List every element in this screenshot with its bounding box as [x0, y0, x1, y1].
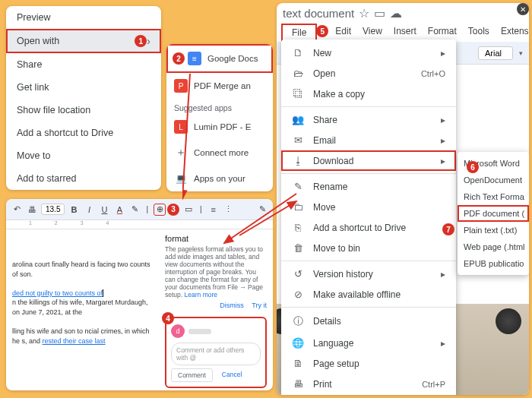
menu-tools[interactable]: Tools — [464, 24, 494, 42]
cancel-button[interactable]: Cancel — [216, 368, 248, 382]
move-icon[interactable]: ▭ — [374, 6, 385, 21]
chevron-right-icon: ▸ — [441, 48, 445, 58]
doc-title[interactable]: text document — [283, 7, 354, 20]
file-move[interactable]: 🗀Move — [281, 197, 456, 217]
menu-extensions[interactable]: Extensions — [496, 24, 529, 42]
copy-icon: ⿻ — [292, 88, 304, 100]
try-it-button[interactable]: Try it — [252, 302, 267, 309]
file-print[interactable]: 🖶PrintCtrl+P — [281, 374, 456, 394]
open-google-docs[interactable]: 2 ≡ Google Docs — [166, 44, 273, 73]
file-add-shortcut[interactable]: ⎘Add a shortcut to Drive — [281, 217, 456, 238]
file-new[interactable]: 🗋New▸ — [281, 43, 456, 63]
ctx-add-starred[interactable]: Add to starred — [6, 167, 161, 190]
file-copy[interactable]: ⿻Make a copy — [281, 84, 456, 104]
file-rename[interactable]: ✎Rename — [281, 176, 456, 197]
ctx-label: Open with — [17, 36, 59, 46]
dl-txt[interactable]: Plain text (.txt) — [458, 222, 529, 238]
chevron-right-icon: ▸ — [441, 135, 445, 146]
file-icon: 🗋 — [292, 47, 304, 58]
arrow-annotation — [236, 197, 304, 243]
ctx-share[interactable]: Share — [6, 53, 161, 76]
ctx-open-with[interactable]: Open with 1 › — [6, 29, 161, 53]
dl-epub[interactable]: EPUB publicatio — [458, 255, 529, 272]
docs-icon: ≡ — [188, 52, 201, 65]
comment-box: 4 d Comment or add others with @ Comment… — [165, 317, 267, 388]
highlight-icon[interactable]: ✎ — [128, 204, 141, 216]
file-language[interactable]: 🌐Language▸ — [281, 333, 456, 353]
dl-rtf[interactable]: Rich Text Forma — [458, 188, 529, 205]
chevron-right-icon: ▸ — [441, 269, 445, 280]
close-icon[interactable]: ✕ — [517, 3, 529, 15]
italic-icon[interactable]: I — [83, 204, 95, 216]
dismiss-button[interactable]: Dismiss — [220, 302, 244, 309]
folder-icon: 🗁 — [292, 68, 304, 79]
history-icon: ↺ — [292, 268, 304, 280]
badge-4: 4 — [162, 312, 174, 324]
drive-context-menu: Preview Open with 1 › Share Get link Sho… — [6, 6, 161, 190]
page-icon: 🗎 — [292, 358, 304, 369]
link[interactable]: rested their case last — [43, 337, 106, 345]
font-family-select[interactable]: Arial — [478, 46, 513, 60]
badge-2: 2 — [173, 52, 185, 65]
ctx-add-shortcut[interactable]: Add a shortcut to Drive — [6, 122, 161, 144]
pageless-body: The pageless format allows you to add wi… — [165, 245, 267, 298]
link[interactable]: ded not guilty to two counts of — [12, 289, 103, 297]
add-comment-icon[interactable]: ⊕ — [154, 204, 166, 216]
file-page-setup[interactable]: 🗎Page setup — [281, 353, 456, 374]
font-size-input[interactable]: 13.5 — [41, 204, 65, 215]
print-icon[interactable]: 🖶 — [26, 204, 38, 216]
chevron-right-icon: ▸ — [441, 115, 445, 125]
offline-icon: ⊘ — [292, 289, 304, 300]
badge-6: 6 — [467, 161, 479, 173]
badge-5: 5 — [316, 25, 328, 37]
file-menu: 🗋New▸ 🗁OpenCtrl+O ⿻Make a copy 👥Share▸ ✉… — [281, 39, 456, 395]
cloud-icon[interactable]: ☁ — [390, 6, 402, 21]
chevron-right-icon: ▸ — [441, 338, 445, 349]
sep: | — [144, 204, 150, 215]
ctx-get-link[interactable]: Get link — [6, 76, 161, 99]
avatar: d — [171, 324, 185, 338]
file-email[interactable]: ✉Email▸ — [281, 130, 456, 150]
chevron-down-icon: ▾ — [519, 49, 523, 57]
learn-more-link[interactable]: Learn more — [185, 291, 217, 298]
info-icon: ⓘ — [292, 314, 304, 328]
undo-icon[interactable]: ↶ — [11, 204, 23, 216]
ctx-show-location[interactable]: Show file location — [6, 99, 161, 122]
globe-icon: 🌐 — [292, 337, 304, 349]
text: n the killings of his wife, Margaret Mur… — [12, 298, 154, 317]
chevron-right-icon: › — [147, 35, 150, 47]
file-details[interactable]: ⓘDetails — [281, 310, 456, 333]
file-open[interactable]: 🗁OpenCtrl+O — [281, 63, 456, 84]
badge-3: 3 — [167, 204, 179, 216]
svg-line-2 — [239, 201, 296, 235]
file-version[interactable]: ↺Version history▸ — [281, 264, 456, 284]
document-body[interactable]: arolina court finally heard is facing tw… — [6, 229, 159, 390]
share-icon: 👥 — [292, 114, 304, 125]
dl-odt[interactable]: OpenDocument — [458, 172, 529, 188]
badge-1: 1 — [135, 35, 147, 47]
dl-pdf[interactable]: PDF document ( — [458, 205, 529, 222]
badge-7: 7 — [442, 223, 454, 235]
download-icon: ⭳ — [292, 155, 304, 166]
arrow-annotation — [182, 70, 274, 207]
comment-input[interactable]: Comment or add others with @ — [171, 343, 261, 365]
file-share[interactable]: 👥Share▸ — [281, 109, 456, 130]
file-download[interactable]: ⭳Download▸ — [281, 150, 456, 171]
ctx-move-to[interactable]: Move to — [6, 144, 161, 167]
file-offline[interactable]: ⊘Make available offline — [281, 284, 456, 305]
name-placeholder — [188, 329, 211, 334]
star-icon[interactable]: ☆ — [359, 6, 369, 21]
chevron-right-icon: ▸ — [441, 156, 445, 166]
print-icon: 🖶 — [292, 378, 304, 390]
side-panel: format The pageless format allows you to… — [159, 229, 273, 390]
email-icon: ✉ — [292, 134, 304, 146]
text-color-icon[interactable]: A — [113, 204, 125, 216]
ctx-preview[interactable]: Preview — [6, 6, 161, 29]
file-bin[interactable]: 🗑Move to bin — [281, 238, 456, 258]
comment-button[interactable]: Comment — [171, 368, 213, 382]
bold-icon[interactable]: B — [68, 204, 80, 216]
underline-icon[interactable]: U — [98, 204, 110, 216]
text: arolina court finally heard is facing tw… — [12, 260, 154, 279]
svg-line-0 — [182, 74, 190, 199]
dl-html[interactable]: Web page (.html — [458, 238, 529, 255]
